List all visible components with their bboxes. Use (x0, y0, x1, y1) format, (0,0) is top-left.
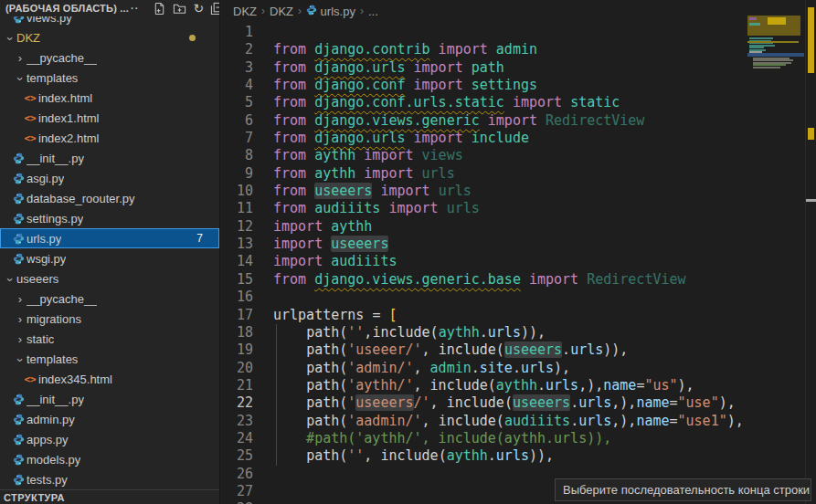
git-badge: 7 (196, 232, 203, 245)
minimap-line (749, 23, 760, 26)
code-line-14[interactable]: 14import audiiits (220, 253, 816, 270)
tree-file-wsgi-py[interactable]: wsgi.py (0, 248, 219, 268)
breadcrumb-item[interactable]: ... (368, 5, 378, 18)
code-line-1[interactable]: 1 (220, 24, 816, 41)
tree-folder-dkz[interactable]: ›DKZ (0, 27, 219, 47)
tree-item-label: __pycache__ (26, 292, 97, 306)
tree-item-label: index345.html (38, 373, 112, 386)
code-line-24[interactable]: 24 #path('aythh/', include(aythh.urls)), (220, 430, 816, 447)
chevron-down-icon: › (4, 273, 17, 286)
html-file-icon: <> (24, 373, 36, 385)
tree-item-label: tests.py (26, 473, 68, 487)
code-line-7[interactable]: 7from django.urls import include (220, 130, 816, 147)
new-file-icon[interactable] (153, 2, 166, 16)
tree-item-label: apps.py (26, 433, 69, 446)
python-icon (13, 414, 25, 425)
tree-file-index345-html[interactable]: <>index345.html (0, 369, 219, 389)
code-line-4[interactable]: 4from django.conf import settings (220, 77, 816, 94)
code-line-11[interactable]: 11from audiiits import urls (220, 200, 816, 217)
code-line-10[interactable]: 10from useeers import urls (220, 183, 816, 200)
tree-file-views-py[interactable]: views.py (0, 16, 219, 27)
minimap-line (747, 53, 804, 58)
code-line-16[interactable]: 16 (220, 289, 816, 306)
file-tree: views.py›DKZ›__pycache__›templates<>inde… (0, 16, 219, 489)
explorer-sidebar: (РАБОЧАЯ ОБЛАСТЬ) ... ·· ↻ (0, 0, 220, 504)
code-line-8[interactable]: 8from aythh import views (220, 147, 816, 164)
tree-file-index1-html[interactable]: <>index1.html (0, 108, 219, 128)
tree-folder--pycache-[interactable]: ›__pycache__ (0, 47, 219, 68)
tree-folder--pycache-[interactable]: ›__pycache__ (0, 289, 219, 309)
tree-item-label: static (26, 332, 54, 346)
code-line-15[interactable]: 15from django.views.generic.base import … (220, 271, 816, 289)
tree-folder-migrations[interactable]: ›migrations (0, 309, 219, 329)
line-number: 18 (220, 324, 253, 341)
more-actions-icon[interactable]: ·· (131, 3, 139, 14)
outline-label: СТРУКТУРА (4, 492, 65, 503)
code-line-13[interactable]: 13import useeers (220, 236, 816, 253)
tree-item-label: index.html (38, 91, 92, 105)
code-line-5[interactable]: 5from django.conf.urls.static import sta… (220, 94, 816, 111)
tree-file-index-html[interactable]: <>index.html (0, 88, 219, 108)
tree-folder-templates[interactable]: ›templates (0, 68, 219, 88)
code-line-9[interactable]: 9from aythh import urls (220, 165, 816, 183)
minimap[interactable] (747, 13, 804, 95)
code-area[interactable]: 12from django.contrib import admin3from … (220, 24, 816, 504)
code-line-19[interactable]: 19 path('useeer/', include(useeers.urls)… (220, 341, 816, 359)
code-line-17[interactable]: 17urlpatterns = [ (220, 307, 816, 324)
code-line-12[interactable]: 12import aythh (220, 218, 816, 236)
chevron-down-icon: › (14, 353, 27, 366)
breadcrumb-item[interactable]: DKZ (270, 5, 293, 18)
python-icon (13, 193, 25, 205)
tree-file-models-py[interactable]: models.py (0, 449, 219, 469)
modified-dot (189, 35, 196, 41)
workspace-section-header[interactable]: (РАБОЧАЯ ОБЛАСТЬ) ... ·· ↻ (0, 0, 219, 16)
tree-file-apps-py[interactable]: apps.py (0, 429, 219, 449)
line-number: 21 (220, 377, 253, 394)
chevron-down-icon: › (14, 72, 27, 85)
tree-folder-static[interactable]: ›static (0, 329, 219, 349)
html-file-icon: <> (24, 92, 36, 104)
line-number: 2 (220, 41, 253, 58)
tree-item-label: urls.py (26, 232, 61, 246)
tree-file-asgi-py[interactable]: asgi.py (0, 168, 219, 188)
outline-section-header[interactable]: СТРУКТУРА (0, 489, 219, 504)
tree-folder-templates[interactable]: ›templates (0, 349, 219, 369)
refresh-icon[interactable]: ↻ (193, 2, 204, 15)
tree-file-urls-py[interactable]: urls.py7 (0, 228, 219, 248)
tree-file-tests-py[interactable]: tests.py (0, 469, 219, 489)
code-line-6[interactable]: 6from django.views.generic import Redire… (220, 112, 816, 130)
python-icon (13, 173, 25, 184)
overview-ruler[interactable] (806, 0, 816, 504)
tree-file-database-roouter-py[interactable]: database_roouter.py (0, 188, 219, 208)
breadcrumb-item[interactable]: urls.py (306, 5, 355, 18)
code-line-20[interactable]: 20 path('admin/', admin.site.urls), (220, 360, 816, 377)
tree-file--init-py[interactable]: __init__.py (0, 148, 219, 168)
tree-file-admin-py[interactable]: admin.py (0, 409, 219, 429)
line-number: 3 (220, 59, 253, 77)
new-folder-icon[interactable] (173, 2, 186, 16)
tree-folder-useeers[interactable]: ›useeers (0, 268, 219, 289)
chevron-down-icon: › (4, 32, 17, 45)
code-line-23[interactable]: 23 path('aadmin/', include(audiiits.urls… (220, 413, 816, 430)
chevron-right-icon: › (14, 292, 26, 306)
minimap-line (768, 17, 786, 25)
code-line-25[interactable]: 25 path('', include(aythh.urls)), (220, 447, 816, 465)
breadcrumb: DKZ›DKZ› urls.py›... (220, 0, 816, 22)
code-line-2[interactable]: 2from django.contrib import admin (220, 41, 816, 58)
minimap-line (747, 41, 799, 44)
tree-file-settings-py[interactable]: settings.py (0, 208, 219, 228)
tree-item-label: admin.py (26, 413, 75, 426)
tree-item-label: __init__.py (26, 152, 84, 165)
code-line-22[interactable]: 22 path('useeers/', include(useeers.urls… (220, 394, 816, 412)
tooltip-text: Выберите последовательность конца строки (563, 483, 810, 497)
code-line-18[interactable]: 18 path('',include(aythh.urls)), (220, 324, 816, 341)
tree-file-index2-html[interactable]: <>index2.html (0, 128, 219, 148)
line-number: 4 (220, 77, 253, 94)
code-line-3[interactable]: 3from django.urls import path (220, 59, 816, 77)
collapse-all-icon[interactable] (210, 2, 220, 16)
code-line-21[interactable]: 21 path('aythh/', include(aythh.urls,),n… (220, 377, 816, 394)
tree-file--init-py[interactable]: __init__.py (0, 389, 219, 409)
breadcrumb-item[interactable]: DKZ (233, 5, 257, 18)
line-number: 28 (220, 500, 253, 504)
chevron-right-icon: › (14, 312, 26, 326)
